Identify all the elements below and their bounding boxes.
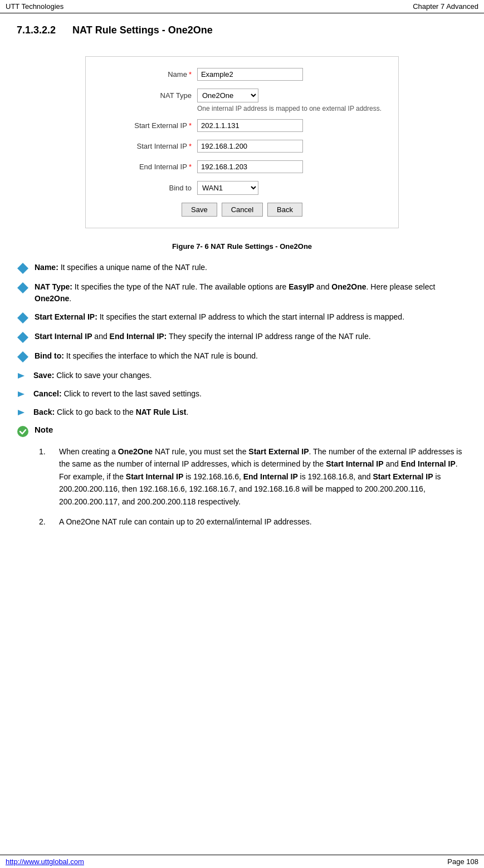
figure-caption: Figure 7- 6 NAT Rule Settings - One2One bbox=[17, 242, 467, 251]
footer-page: Page 108 bbox=[447, 857, 478, 866]
desc-item-5: Save: Click to save your changes. bbox=[17, 370, 467, 381]
arrow-icon bbox=[17, 370, 28, 381]
name-label: Name* bbox=[102, 70, 192, 79]
header-right: Chapter 7 Advanced bbox=[413, 2, 478, 11]
svg-marker-0 bbox=[17, 263, 28, 274]
svg-marker-3 bbox=[17, 332, 28, 343]
desc-text: Start External IP: It specifies the star… bbox=[35, 311, 467, 323]
start-internal-ip-input[interactable] bbox=[197, 140, 303, 153]
nat-description: One internal IP address is mapped to one… bbox=[197, 105, 382, 112]
desc-text: Bind to: It specifies the interface to w… bbox=[35, 350, 467, 362]
start-external-ip-row: Start External IP* bbox=[102, 119, 382, 132]
svg-point-8 bbox=[17, 426, 28, 437]
desc-item-7: Back: Click to go back to the NAT Rule L… bbox=[17, 406, 467, 418]
header-left: UTT Technologies bbox=[6, 2, 63, 11]
arrow-icon bbox=[17, 407, 28, 418]
diamond-icon bbox=[17, 282, 29, 294]
note-label: Note bbox=[35, 425, 53, 434]
desc-item-4: Bind to: It specifies the interface to w… bbox=[17, 350, 467, 363]
cancel-button[interactable]: Cancel bbox=[222, 203, 263, 217]
desc-text: Start Internal IP and End Internal IP: T… bbox=[35, 331, 467, 342]
end-internal-ip-row: End Internal IP* bbox=[102, 160, 382, 173]
nat-type-label: NAT Type bbox=[102, 91, 192, 100]
desc-item-6: Cancel: Click to revert to the last save… bbox=[17, 388, 467, 400]
nat-type-row: NAT Type One2One EasyIP bbox=[102, 89, 382, 102]
numbered-item-0: 1.When creating a One2One NAT rule, you … bbox=[39, 445, 467, 508]
numbered-list: 1.When creating a One2One NAT rule, you … bbox=[39, 445, 467, 528]
bind-to-select[interactable]: WAN1 WAN2 bbox=[197, 181, 258, 195]
end-internal-ip-input[interactable] bbox=[197, 160, 303, 173]
nat-form: Name* NAT Type One2One EasyIP One intern… bbox=[85, 56, 399, 228]
name-input[interactable] bbox=[197, 68, 303, 81]
desc-text: Cancel: Click to revert to the last save… bbox=[33, 388, 467, 400]
desc-text: Name: It specifies a unique name of the … bbox=[35, 262, 467, 273]
svg-marker-7 bbox=[18, 410, 25, 415]
desc-item-2: Start External IP: It specifies the star… bbox=[17, 311, 467, 324]
diamond-icon bbox=[17, 262, 29, 274]
desc-text: Save: Click to save your changes. bbox=[33, 370, 467, 381]
name-row: Name* bbox=[102, 68, 382, 81]
check-icon bbox=[17, 425, 29, 438]
save-button[interactable]: Save bbox=[182, 203, 217, 217]
diamond-icon bbox=[17, 312, 29, 324]
list-num: 1. bbox=[39, 445, 59, 508]
start-external-ip-input[interactable] bbox=[197, 119, 303, 132]
description-section: Name: It specifies a unique name of the … bbox=[17, 262, 467, 418]
desc-text: Back: Click to go back to the NAT Rule L… bbox=[33, 406, 467, 418]
diamond-icon bbox=[17, 331, 29, 344]
end-internal-ip-label: End Internal IP* bbox=[102, 163, 192, 171]
desc-item-0: Name: It specifies a unique name of the … bbox=[17, 262, 467, 274]
bind-to-label: Bind to bbox=[102, 184, 192, 192]
list-num: 2. bbox=[39, 516, 59, 528]
start-internal-ip-row: Start Internal IP* bbox=[102, 140, 382, 153]
arrow-icon bbox=[17, 389, 28, 400]
numbered-item-1: 2.A One2One NAT rule can contain up to 2… bbox=[39, 516, 467, 528]
desc-item-1: NAT Type: It specifies the type of the N… bbox=[17, 281, 467, 305]
start-external-ip-label: Start External IP* bbox=[102, 121, 192, 130]
back-button[interactable]: Back bbox=[267, 203, 302, 217]
svg-marker-5 bbox=[18, 373, 25, 379]
section-title: NAT Rule Settings - One2One bbox=[72, 24, 213, 36]
nat-type-select[interactable]: One2One EasyIP bbox=[197, 89, 258, 102]
note-section: Note bbox=[17, 425, 467, 438]
bind-to-row: Bind to WAN1 WAN2 bbox=[102, 181, 382, 195]
svg-marker-4 bbox=[17, 351, 28, 362]
button-row: Save Cancel Back bbox=[102, 203, 382, 217]
num-text: When creating a One2One NAT rule, you mu… bbox=[59, 445, 467, 508]
footer-link[interactable]: http://www.uttglobal.com bbox=[6, 857, 84, 866]
svg-marker-1 bbox=[17, 282, 28, 293]
num-text: A One2One NAT rule can contain up to 20 … bbox=[59, 516, 467, 528]
svg-marker-2 bbox=[17, 312, 28, 323]
start-internal-ip-label: Start Internal IP* bbox=[102, 142, 192, 150]
section-number: 7.1.3.2.2 bbox=[17, 24, 56, 36]
svg-marker-6 bbox=[18, 391, 25, 397]
diamond-icon bbox=[17, 351, 29, 363]
desc-item-3: Start Internal IP and End Internal IP: T… bbox=[17, 331, 467, 344]
desc-text: NAT Type: It specifies the type of the N… bbox=[35, 281, 467, 305]
